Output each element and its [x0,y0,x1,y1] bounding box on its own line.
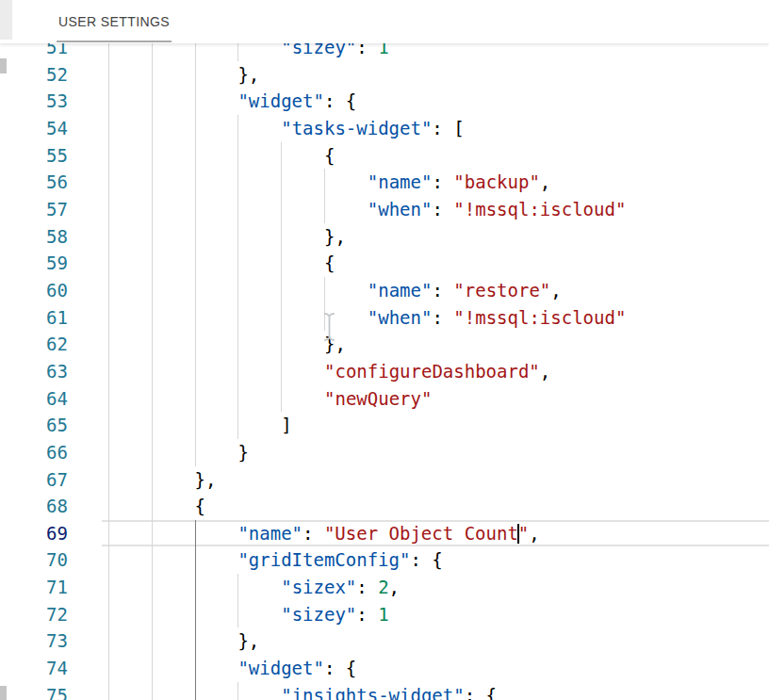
indent-guide [152,493,153,520]
token-p: }, [195,469,217,490]
code-line[interactable]: 68{ [0,493,769,520]
overview-ruler-mark[interactable] [0,58,7,73]
line-number: 70 [0,546,68,574]
token-key: "when" [368,307,433,328]
indent-guide [281,142,282,170]
indent-guide [152,466,153,494]
indent-guide [152,655,153,682]
token-key: "widget" [237,658,324,678]
line-number: 56 [0,169,68,196]
code-line[interactable]: 69"name": "User Object Count", [0,520,769,547]
line-number: 69 [0,520,68,547]
indent-guide [195,358,196,385]
code-text: ] [281,412,291,439]
line-number: 54 [0,115,68,142]
indent-guide [152,61,153,89]
indent-guide [237,385,238,413]
indent-guide [195,250,196,277]
indent-guide [152,439,153,466]
indent-guide [237,169,238,196]
code-line[interactable]: 61"when": "!mssql:iscloud" [0,304,769,332]
code-line[interactable]: 62}, [0,331,769,358]
indent-guide [108,466,109,494]
code-line[interactable]: 54"tasks-widget": [ [0,115,769,142]
code-line[interactable]: 57"when": "!mssql:iscloud" [0,196,769,223]
token-key: "sizey" [281,604,356,625]
indent-guide [152,196,153,223]
code-line[interactable]: 74"widget": { [0,655,769,682]
code-line[interactable]: 59{ [0,250,769,277]
code-line[interactable]: 63"configureDashboard", [0,358,769,385]
code-line[interactable]: 71"sizex": 2, [0,574,769,601]
line-number: 61 [0,304,68,332]
code-line[interactable]: 65] [0,412,769,439]
indent-guide [152,627,153,655]
indent-guide [237,304,238,332]
token-p: : [432,171,453,192]
code-line[interactable]: 52}, [0,61,769,89]
indent-guide [108,196,109,223]
code-editor[interactable]: 51"sizey": 152},53"widget": {54"tasks-wi… [0,34,769,700]
indent-guide [195,169,196,196]
indent-guide [324,277,325,304]
code-line[interactable]: 58}, [0,223,769,251]
line-number: 74 [0,655,68,682]
code-text: "configureDashboard", [324,358,550,385]
indent-guide [281,223,282,251]
line-number: 60 [0,277,68,304]
indent-guide [237,358,238,385]
code-text: { [195,493,205,520]
code-line[interactable]: 67}, [0,466,769,494]
line-number: 67 [0,466,68,494]
indent-guide [281,304,282,332]
indent-guide [281,277,282,304]
indent-guide [108,520,109,547]
line-number: 75 [0,682,68,700]
overview-ruler-mark[interactable] [0,686,7,700]
line-number: 63 [0,358,68,385]
indent-guide [195,520,196,547]
code-text: } [237,439,248,466]
token-key: "insights-widget" [281,685,464,700]
token-num: 2 [378,577,388,597]
indent-guide [237,277,238,304]
code-line[interactable]: 53"widget": { [0,88,769,115]
code-text: "when": "!mssql:iscloud" [368,304,627,332]
code-text: }, [195,466,217,494]
code-line[interactable]: 55{ [0,142,769,170]
code-text: { [324,142,335,170]
indent-guide [108,439,109,466]
code-line[interactable]: 60"name": "restore", [0,277,769,304]
token-p: , [389,577,400,597]
token-str: " [518,523,529,544]
code-text: { [324,250,335,277]
code-line[interactable]: 66} [0,439,769,466]
adjacent-editor-edge [0,0,12,40]
indent-guide [108,682,109,700]
indent-guide [108,277,109,304]
token-p: : [356,604,378,625]
indent-guide [237,574,238,601]
editor-tab-bar: USER SETTINGS [0,0,769,43]
code-line[interactable]: 70"gridItemConfig": { [0,546,769,574]
indent-guide [281,196,282,223]
code-line[interactable]: 64"newQuery" [0,385,769,413]
token-p: , [540,361,550,382]
code-text: "gridItemConfig": { [237,546,442,574]
token-p: , [550,280,561,301]
code-text: }, [324,331,346,358]
tab-user-settings[interactable]: USER SETTINGS [57,0,172,43]
indent-guide [152,601,153,628]
code-line[interactable]: 73}, [0,627,769,655]
token-str: "configureDashboard" [324,361,540,382]
indent-guide [108,88,109,115]
indent-guide [108,115,109,142]
indent-guide [195,331,196,358]
code-line[interactable]: 56"name": "backup", [0,169,769,196]
indent-guide [195,574,196,601]
token-p: ] [281,415,291,435]
code-line[interactable]: 75"insights-widget": { [0,682,769,700]
token-str: "User Object Count [324,523,518,544]
token-p: : [ [432,118,464,138]
code-line[interactable]: 72"sizey": 1 [0,601,769,628]
